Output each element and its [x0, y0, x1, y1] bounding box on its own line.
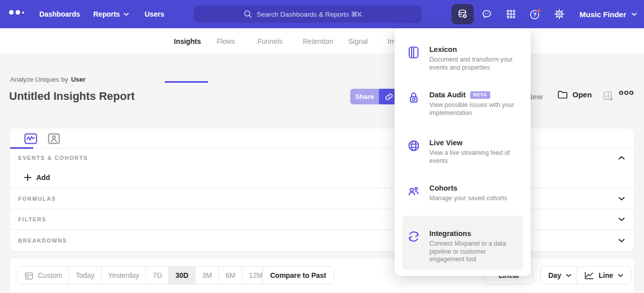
- tab-insights[interactable]: Insights: [174, 28, 201, 54]
- link-icon: [384, 92, 394, 101]
- range-today-label: Today: [76, 271, 94, 279]
- project-switcher[interactable]: Music Finder: [579, 0, 637, 28]
- nav-reports[interactable]: Reports: [93, 0, 129, 28]
- chevron-down-icon: [618, 274, 623, 277]
- add-to-dashboard-button[interactable]: [603, 91, 614, 102]
- date-range-control: Custom Today Yesterday 7D 30D 3M 6M 12M: [17, 266, 270, 284]
- notification-dot: [537, 9, 540, 12]
- range-yesterday[interactable]: Yesterday: [101, 267, 146, 284]
- section-events-cohorts[interactable]: EVENTS & COHORTS: [10, 149, 634, 167]
- expand-section-button[interactable]: [618, 239, 625, 243]
- settings-button[interactable]: [548, 4, 570, 24]
- menu-item-live-view[interactable]: Live View View a live streaming feed of …: [407, 139, 523, 165]
- sync-arrows-icon: [407, 230, 421, 264]
- person-card-icon: [47, 132, 60, 145]
- section-breakdowns[interactable]: BREAKDOWNS: [10, 229, 634, 251]
- nav-dashboards-label: Dashboards: [39, 10, 80, 18]
- help-button[interactable]: ?: [524, 4, 546, 24]
- lexicon-book-icon: [407, 46, 421, 72]
- menu-item-description: View possible issues with your implement…: [429, 101, 520, 117]
- report-tabs-bar: Insights Flows Funnels Retention Signal …: [0, 28, 644, 54]
- users-view-tab[interactable]: [47, 132, 60, 145]
- menu-item-text: Cohorts Manage your saved cohorts: [429, 184, 507, 203]
- report-title[interactable]: Untitled Insights Report: [9, 90, 135, 103]
- svg-text:?: ?: [533, 11, 536, 17]
- range-custom[interactable]: Custom: [18, 267, 69, 284]
- app-window: Dashboards Reports Users: [0, 0, 644, 293]
- share-button-label: Share: [355, 93, 374, 100]
- global-search[interactable]: [194, 6, 422, 23]
- tab-flows[interactable]: Flows: [217, 28, 235, 54]
- range-today[interactable]: Today: [69, 267, 101, 284]
- chart-toolbar-card: Custom Today Yesterday 7D 30D 3M 6M 12M …: [10, 258, 634, 293]
- menu-item-lexicon[interactable]: Lexicon Document and transform your even…: [407, 45, 523, 72]
- section-filters[interactable]: FILTERS: [10, 209, 634, 229]
- add-event-row: Add: [10, 167, 634, 188]
- range-custom-label: Custom: [38, 271, 62, 279]
- section-formulas-label: FORMULAS: [18, 196, 56, 202]
- nav-dashboards[interactable]: Dashboards: [39, 0, 80, 28]
- menu-item-data-audit[interactable]: Data Audit BETA View possible issues wit…: [407, 91, 523, 117]
- data-management-button[interactable]: [452, 4, 474, 24]
- range-6m-label: 6M: [225, 271, 235, 279]
- range-30d[interactable]: 30D: [168, 267, 195, 284]
- tab-funnels[interactable]: Funnels: [257, 28, 283, 54]
- search-input[interactable]: [257, 11, 373, 18]
- share-button[interactable]: Share: [350, 89, 379, 104]
- add-event-button[interactable]: Add: [24, 173, 50, 182]
- line-chart-icon: [584, 271, 594, 280]
- section-formulas[interactable]: FORMULAS: [10, 188, 634, 209]
- range-6m[interactable]: 6M: [218, 267, 241, 284]
- tab-insights-label: Insights: [174, 37, 201, 45]
- chat-bubble-icon: [481, 8, 493, 20]
- interval-selector[interactable]: Day: [540, 266, 579, 284]
- menu-item-integrations[interactable]: Integrations Connect Mixpanel to a data …: [407, 229, 523, 264]
- builder-view-tabs: [10, 129, 634, 149]
- menu-item-text: Live View View a live streaming feed of …: [429, 139, 520, 165]
- range-3m[interactable]: 3M: [195, 267, 218, 284]
- people-icon: [407, 185, 421, 203]
- top-navbar: Dashboards Reports Users: [0, 0, 644, 28]
- range-12m-label: 12M: [249, 271, 263, 279]
- project-name: Music Finder: [579, 10, 626, 19]
- apps-grid-button[interactable]: [500, 4, 522, 24]
- open-report-button[interactable]: Open: [557, 90, 592, 99]
- data-management-dropdown: Lexicon Document and transform your even…: [395, 28, 531, 276]
- database-gear-icon: [457, 8, 469, 20]
- more-options-button[interactable]: ooo: [619, 88, 634, 96]
- range-yesterday-label: Yesterday: [108, 271, 140, 279]
- tab-funnels-label: Funnels: [257, 37, 283, 45]
- menu-item-cohorts[interactable]: Cohorts Manage your saved cohorts: [407, 184, 523, 203]
- chart-type-label: Line: [599, 271, 613, 279]
- section-breakdowns-label: BREAKDOWNS: [18, 238, 67, 244]
- interval-label: Day: [548, 271, 561, 279]
- menu-item-text: Lexicon Document and transform your even…: [429, 45, 520, 72]
- range-7d-label: 7D: [153, 271, 162, 279]
- menu-item-title: Cohorts: [429, 184, 507, 192]
- events-view-tab[interactable]: [24, 132, 37, 145]
- range-30d-label: 30D: [175, 271, 188, 279]
- active-tab-underline: [165, 81, 208, 83]
- messages-button[interactable]: [476, 4, 498, 24]
- mixpanel-logo[interactable]: [9, 10, 24, 15]
- expand-section-button[interactable]: [618, 217, 625, 221]
- range-7d[interactable]: 7D: [146, 267, 168, 284]
- nav-users[interactable]: Users: [145, 0, 164, 28]
- compare-to-past-button[interactable]: Compare to Past: [262, 266, 334, 284]
- share-button-group: Share: [350, 89, 399, 104]
- menu-item-description: View a live streaming feed of events: [429, 149, 520, 165]
- menu-item-title: Live View: [429, 139, 520, 147]
- chevron-down-icon: [618, 239, 625, 243]
- help-icon: ?: [529, 8, 542, 21]
- expand-section-button[interactable]: [618, 197, 625, 201]
- collapse-section-button[interactable]: [618, 156, 625, 160]
- section-events-label: EVENTS & COHORTS: [18, 155, 88, 161]
- section-filters-label: FILTERS: [18, 216, 46, 222]
- add-event-label: Add: [36, 173, 50, 182]
- analyze-by-value[interactable]: User: [71, 76, 86, 83]
- menu-item-text: Data Audit BETA View possible issues wit…: [429, 91, 520, 117]
- tab-signal[interactable]: Signal: [348, 28, 368, 54]
- tab-retention[interactable]: Retention: [303, 28, 333, 54]
- tab-retention-label: Retention: [303, 37, 333, 45]
- chart-type-selector[interactable]: Line: [576, 266, 631, 284]
